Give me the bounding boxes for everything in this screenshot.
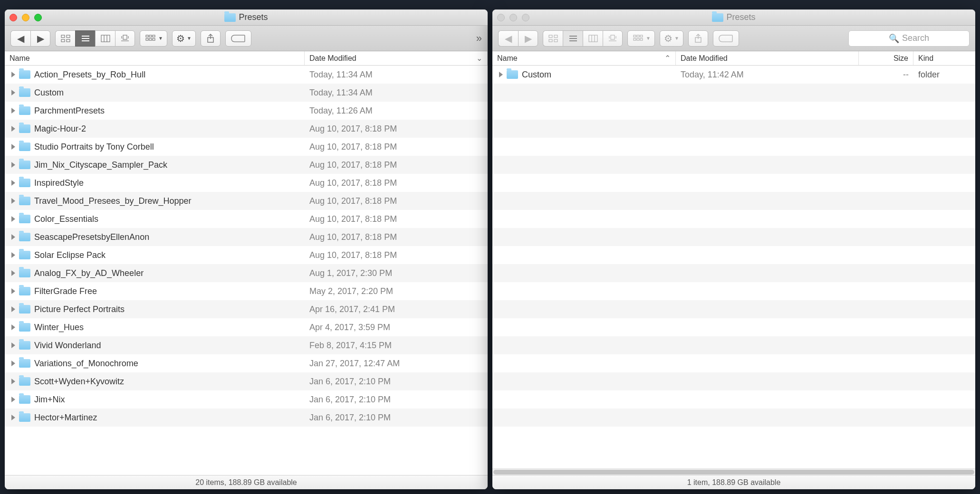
table-row[interactable]: Scott+Wyden+KyvowitzJan 6, 2017, 2:10 PM <box>5 372 488 390</box>
column-view-button[interactable] <box>583 30 603 47</box>
folder-icon <box>19 197 30 205</box>
maximize-button[interactable] <box>522 14 529 21</box>
table-row[interactable]: CustomToday, 11:42 AM--folder <box>492 66 975 84</box>
col-kind-label: Kind <box>918 54 933 63</box>
back-button[interactable]: ◀ <box>10 30 30 47</box>
titlebar[interactable]: Presets <box>492 10 975 26</box>
icon-view-button[interactable] <box>55 30 75 47</box>
table-row[interactable]: Hector+MartinezJan 6, 2017, 2:10 PM <box>5 408 488 427</box>
list-view-button[interactable] <box>75 30 95 47</box>
table-row[interactable]: Analog_FX_by_AD_WheelerAug 1, 2017, 2:30… <box>5 264 488 282</box>
table-row[interactable]: Solar Eclipse PackAug 10, 2017, 8:18 PM <box>5 246 488 264</box>
svg-rect-0 <box>61 35 65 38</box>
file-name: ParchmentPresets <box>34 106 105 116</box>
file-list[interactable]: Action_Presets_by_Rob_HullToday, 11:34 A… <box>5 66 488 475</box>
file-list[interactable]: CustomToday, 11:42 AM--folder <box>492 66 975 468</box>
table-row[interactable]: Vivid WonderlandFeb 8, 2017, 4:15 PM <box>5 336 488 354</box>
arrange-button[interactable]: ▼ <box>140 30 167 47</box>
disclosure-triangle-icon[interactable] <box>11 72 15 77</box>
back-button[interactable]: ◀ <box>498 30 518 47</box>
coverflow-view-button[interactable] <box>115 30 135 47</box>
table-row[interactable]: Action_Presets_by_Rob_HullToday, 11:34 A… <box>5 66 488 84</box>
disclosure-triangle-icon[interactable] <box>11 126 15 132</box>
disclosure-triangle-icon[interactable] <box>11 108 15 114</box>
minimize-button[interactable] <box>509 14 517 21</box>
col-date[interactable]: Date Modified ⌄ <box>305 51 488 65</box>
close-button[interactable] <box>10 14 17 21</box>
col-name[interactable]: Name ⌃ <box>492 51 676 65</box>
svg-rect-32 <box>611 35 615 39</box>
disclosure-triangle-icon[interactable] <box>11 198 15 204</box>
table-row[interactable]: Picture Perfect PortraitsApr 16, 2017, 2… <box>5 300 488 318</box>
table-row[interactable]: SeascapePresetsbyEllenAnonAug 10, 2017, … <box>5 228 488 246</box>
table-row[interactable]: Color_EssentialsAug 10, 2017, 8:18 PM <box>5 210 488 228</box>
coverflow-view-button[interactable] <box>603 30 623 47</box>
action-button[interactable]: ⚙ ▼ <box>172 30 196 47</box>
svg-rect-24 <box>549 39 552 42</box>
table-row[interactable]: Studio Portraits by Tony CorbellAug 10, … <box>5 138 488 156</box>
horizontal-scrollbar[interactable] <box>492 468 975 475</box>
table-row-empty <box>492 408 975 427</box>
table-row[interactable]: Travel_Mood_Presees_by_Drew_HopperAug 10… <box>5 192 488 210</box>
folder-icon <box>712 13 723 22</box>
disclosure-triangle-icon[interactable] <box>11 144 15 150</box>
disclosure-triangle-icon[interactable] <box>11 379 15 384</box>
file-date: Aug 10, 2017, 8:18 PM <box>305 196 488 206</box>
disclosure-triangle-icon[interactable] <box>11 90 15 95</box>
close-button[interactable] <box>497 14 505 21</box>
col-name[interactable]: Name <box>5 51 305 65</box>
table-row[interactable]: InspiredStyleAug 10, 2017, 8:18 PM <box>5 174 488 192</box>
maximize-button[interactable] <box>34 14 42 21</box>
disclosure-triangle-icon[interactable] <box>11 252 15 258</box>
table-row[interactable]: Jim_Nix_Cityscape_Sampler_PackAug 10, 20… <box>5 156 488 174</box>
disclosure-triangle-icon[interactable] <box>11 415 15 420</box>
action-button[interactable]: ⚙ ▼ <box>660 30 683 47</box>
disclosure-triangle-icon[interactable] <box>11 216 15 222</box>
col-kind[interactable]: Kind <box>913 51 975 65</box>
disclosure-triangle-icon[interactable] <box>11 361 15 366</box>
disclosure-triangle-icon[interactable] <box>11 234 15 240</box>
table-row[interactable]: Magic-Hour-2Aug 10, 2017, 8:18 PM <box>5 120 488 138</box>
table-row-empty <box>492 228 975 246</box>
arrange-button[interactable]: ▼ <box>627 30 655 47</box>
table-row-empty <box>492 264 975 282</box>
table-row[interactable]: FilterGrade FreeMay 2, 2017, 2:20 PM <box>5 282 488 300</box>
table-row[interactable]: ParchmentPresetsToday, 11:26 AM <box>5 102 488 120</box>
disclosure-triangle-icon[interactable] <box>11 306 15 312</box>
disclosure-triangle-icon[interactable] <box>11 180 15 186</box>
toolbar: ◀ ▶ ▼ ⚙ <box>5 26 488 51</box>
table-row[interactable]: CustomToday, 11:34 AM <box>5 84 488 102</box>
share-button[interactable] <box>201 30 221 47</box>
disclosure-triangle-icon[interactable] <box>11 162 15 168</box>
icon-view-button[interactable] <box>543 30 563 47</box>
file-name: SeascapePresetsbyEllenAnon <box>34 232 149 242</box>
tags-button[interactable] <box>225 30 251 47</box>
forward-button[interactable]: ▶ <box>30 30 50 47</box>
table-row[interactable]: Variations_of_MonochromeJan 27, 2017, 12… <box>5 354 488 372</box>
tags-button[interactable] <box>713 30 739 47</box>
column-headers: Name Date Modified ⌄ <box>5 51 488 66</box>
titlebar[interactable]: Presets <box>5 10 488 26</box>
disclosure-triangle-icon[interactable] <box>11 397 15 402</box>
disclosure-triangle-icon[interactable] <box>11 270 15 276</box>
minimize-button[interactable] <box>22 14 29 21</box>
forward-button[interactable]: ▶ <box>518 30 538 47</box>
table-row-empty <box>492 354 975 372</box>
search-input[interactable]: 🔍 Search <box>848 30 970 47</box>
disclosure-triangle-icon[interactable] <box>11 342 15 348</box>
disclosure-triangle-icon[interactable] <box>11 324 15 330</box>
file-date: Today, 11:42 AM <box>676 70 859 80</box>
disclosure-triangle-icon[interactable] <box>499 72 503 77</box>
folder-icon <box>19 413 30 422</box>
table-row[interactable]: Jim+NixJan 6, 2017, 2:10 PM <box>5 390 488 408</box>
list-view-button[interactable] <box>563 30 583 47</box>
scrollbar-thumb[interactable] <box>493 470 974 475</box>
column-view-button[interactable] <box>95 30 115 47</box>
col-date[interactable]: Date Modified <box>676 51 859 65</box>
disclosure-triangle-icon[interactable] <box>11 288 15 294</box>
toolbar-overflow-button[interactable]: » <box>476 33 482 44</box>
col-size[interactable]: Size <box>859 51 913 65</box>
folder-icon <box>19 142 30 151</box>
table-row[interactable]: Winter_HuesApr 4, 2017, 3:59 PM <box>5 318 488 336</box>
share-button[interactable] <box>688 30 708 47</box>
